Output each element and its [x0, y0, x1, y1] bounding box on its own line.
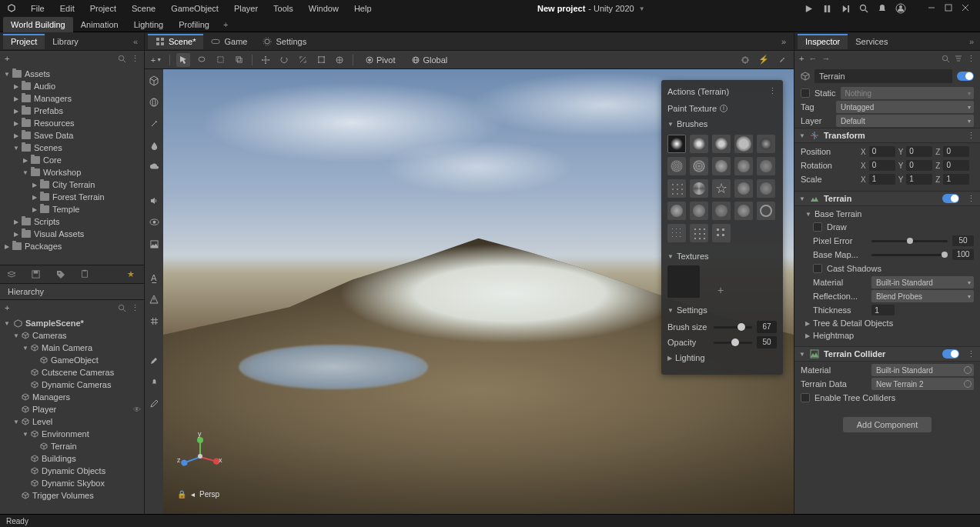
object-enabled-toggle[interactable] — [957, 72, 974, 81]
scale-tool[interactable] — [296, 53, 309, 67]
add-texture-button[interactable]: + — [704, 282, 737, 298]
chevron-icon[interactable]: ▼ — [22, 431, 29, 438]
add-component-button[interactable]: Add Component — [843, 417, 932, 432]
collapse-right-icon[interactable]: » — [966, 37, 977, 46]
menu-file[interactable]: File — [23, 0, 52, 17]
more-icon[interactable]: ⋮ — [967, 194, 975, 204]
chevron-icon[interactable]: ▶ — [31, 182, 38, 188]
view-cube-icon[interactable] — [147, 74, 161, 88]
pixel-error-value[interactable]: 50 — [952, 235, 974, 246]
menu-scene[interactable]: Scene — [124, 0, 163, 17]
tree-folder[interactable]: ▶City Terrain — [0, 178, 144, 191]
tab-project[interactable]: Project — [3, 34, 45, 49]
pause-icon[interactable] — [821, 3, 832, 14]
tab-profiling[interactable]: Profiling — [171, 17, 217, 32]
search-icon[interactable] — [118, 55, 126, 63]
tab-scene[interactable]: Scene* — [148, 34, 203, 49]
menu-project[interactable]: Project — [82, 0, 124, 17]
step-icon[interactable] — [840, 3, 851, 14]
tree-folder[interactable]: ▼Assets — [0, 68, 144, 80]
brush-dots-1[interactable] — [667, 224, 686, 242]
tree-detail-fold[interactable]: ▶Tree & Detail Objects — [794, 317, 980, 329]
settings-section[interactable]: ▼Settings — [667, 302, 777, 319]
brush-size-value[interactable]: 67 — [757, 321, 777, 333]
hierarchy-item[interactable]: Dynamic Cameras — [0, 379, 144, 391]
maximize-icon[interactable] — [945, 4, 954, 13]
menu-tools[interactable]: Tools — [266, 0, 301, 17]
expand-right-icon[interactable]: » — [777, 37, 791, 46]
brush-texture-3[interactable] — [712, 157, 731, 175]
play-icon[interactable] — [803, 3, 814, 14]
add-context-tab[interactable]: + — [217, 20, 234, 29]
tree-folder[interactable]: ▶Packages — [0, 240, 144, 252]
text-icon[interactable]: A̲ — [147, 271, 161, 285]
position-z[interactable]: 0 — [943, 146, 969, 157]
brush-texture-4[interactable] — [734, 157, 753, 175]
favorite-icon[interactable]: ★ — [127, 269, 138, 280]
visibility-icon[interactable] — [147, 215, 161, 229]
global-toggle[interactable]: Global — [406, 53, 453, 67]
nav-forward-icon[interactable]: → — [821, 54, 830, 63]
info-icon[interactable]: i — [720, 105, 727, 112]
hierarchy-item[interactable]: ▼Environment — [0, 428, 144, 440]
chevron-icon[interactable]: ▼ — [12, 332, 20, 339]
globe-icon[interactable] — [147, 95, 161, 109]
close-icon[interactable] — [962, 4, 971, 13]
lighting-section[interactable]: ▶Lighting — [667, 350, 777, 367]
search-icon[interactable] — [858, 3, 869, 14]
warning-icon[interactable] — [147, 292, 161, 306]
chevron-icon[interactable]: ▶ — [12, 95, 20, 102]
enable-tree-checkbox[interactable] — [801, 393, 810, 402]
chevron-icon[interactable]: ▶ — [31, 206, 38, 213]
tree-folder[interactable]: ▶Temple — [0, 203, 144, 215]
menu-edit[interactable]: Edit — [52, 0, 82, 17]
add-gameobject-button[interactable]: + — [5, 303, 9, 312]
base-terrain-fold[interactable]: ▼Base Terrain — [794, 208, 980, 220]
hierarchy-header[interactable]: Hierarchy — [0, 283, 144, 300]
terrain-header[interactable]: ▼ Terrain ⋮ — [794, 191, 980, 206]
tab-settings[interactable]: Settings — [255, 34, 314, 49]
tab-library[interactable]: Library — [45, 34, 86, 49]
rotate-tool[interactable] — [277, 53, 291, 67]
chevron-icon[interactable]: ▶ — [12, 218, 20, 225]
chevron-icon[interactable]: ▼ — [12, 145, 20, 152]
hierarchy-item[interactable]: Cutscene Cameras — [0, 366, 144, 379]
projection-indicator[interactable]: 🔒 ◂ Persp — [177, 490, 219, 499]
tag-icon[interactable] — [55, 269, 66, 280]
scene-viewport[interactable]: x y z 🔒 ◂ Persp Actions (Terrain) ⋮ Pain… — [163, 69, 794, 514]
lasso-tool[interactable] — [195, 53, 209, 67]
chevron-icon[interactable]: ▶ — [12, 132, 20, 139]
tab-inspector[interactable]: Inspector — [798, 34, 848, 49]
hierarchy-item[interactable]: Terrain — [0, 440, 144, 452]
tree-folder[interactable]: ▼Workshop — [0, 166, 144, 178]
opacity-slider[interactable] — [714, 342, 752, 344]
hierarchy-item[interactable]: Player👁 — [0, 403, 144, 415]
terrain-collider-header[interactable]: ▼ Terrain Collider ⋮ — [794, 346, 980, 362]
brush-texture-1[interactable] — [667, 157, 686, 175]
terrain-data-field[interactable]: New Terrain 2 — [871, 378, 974, 390]
brush-cloud-1[interactable] — [667, 202, 686, 220]
cast-shadows-checkbox[interactable] — [813, 264, 822, 273]
menu-window[interactable]: Window — [301, 0, 346, 17]
hierarchy-item[interactable]: ▼Cameras — [0, 329, 144, 342]
lock-icon[interactable]: 🔒 — [177, 490, 186, 499]
pivot-toggle[interactable]: Pivot — [360, 53, 401, 67]
wand-icon[interactable] — [147, 117, 161, 131]
rotation-x[interactable]: 0 — [869, 160, 895, 171]
heightmap-fold[interactable]: ▶Heightmap — [794, 329, 980, 342]
chevron-icon[interactable]: ▶ — [12, 83, 20, 90]
material-dropdown[interactable]: Built-in Standard — [871, 276, 974, 289]
object-picker-icon[interactable] — [964, 380, 972, 388]
brush-noise-1[interactable] — [734, 179, 753, 198]
pen-icon[interactable] — [147, 397, 161, 411]
hierarchy-item[interactable]: Buildings — [0, 452, 144, 465]
more-icon[interactable]: ⋮ — [131, 54, 139, 64]
save-icon[interactable] — [31, 269, 42, 280]
transform-tool[interactable] — [333, 53, 346, 67]
brush-hard-round-1[interactable] — [690, 135, 708, 153]
brush-burst[interactable] — [690, 179, 708, 198]
add-button[interactable]: + — [799, 54, 804, 63]
brush-ring[interactable] — [757, 202, 775, 220]
assets-tree[interactable]: ▼Assets▶Audio▶Managers▶Prefabs▶Resources… — [0, 66, 144, 265]
menu-player[interactable]: Player — [226, 0, 266, 17]
